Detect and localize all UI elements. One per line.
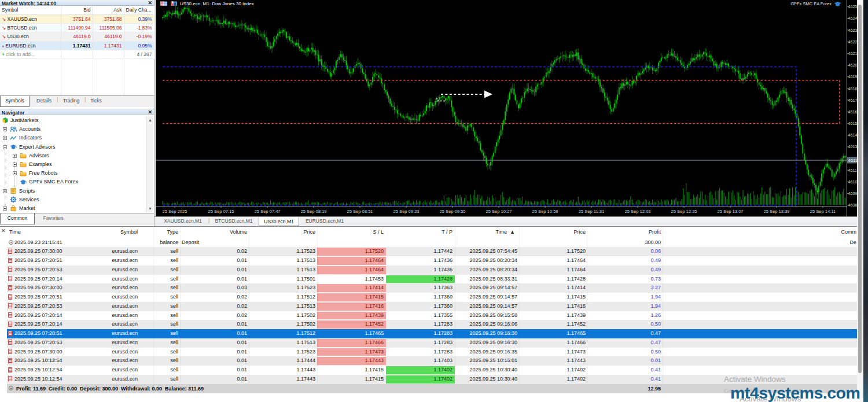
svg-text:4615: 4615	[848, 121, 858, 126]
svg-text:4610: 4610	[848, 179, 858, 185]
svg-text:25 Sep 07:15: 25 Sep 07:15	[208, 209, 234, 214]
svg-text:4617: 4617	[848, 98, 858, 103]
svg-text:GPFx SMC EA Forex: GPFx SMC EA Forex	[790, 1, 832, 6]
svg-text:4622: 4622	[848, 39, 858, 45]
svg-text:4623: 4623	[848, 28, 858, 33]
svg-text:4608: 4608	[848, 202, 858, 208]
svg-text:4621: 4621	[848, 51, 858, 56]
svg-text:25 Sep 14:11: 25 Sep 14:11	[810, 209, 836, 214]
svg-text:25 Sep 12:35: 25 Sep 12:35	[671, 209, 697, 214]
svg-text:4611: 4611	[848, 168, 857, 173]
svg-text:4625: 4625	[848, 4, 858, 9]
svg-text:25 Sep 13:07: 25 Sep 13:07	[717, 209, 743, 214]
svg-text:25 Sep 11:31: 25 Sep 11:31	[579, 209, 605, 214]
svg-text:25 Sep 08:51: 25 Sep 08:51	[347, 209, 373, 214]
svg-text:4613: 4613	[848, 144, 858, 149]
svg-text:25 Sep 12:03: 25 Sep 12:03	[624, 209, 650, 214]
svg-text:25 Sep 2025: 25 Sep 2025	[162, 209, 187, 214]
svg-text:25 Sep 09:55: 25 Sep 09:55	[439, 209, 465, 214]
svg-text:US30.ecn, M1: Dow Jones 30 In: US30.ecn, M1: Dow Jones 30 Index	[180, 1, 254, 6]
svg-text:4618: 4618	[848, 86, 858, 91]
svg-text:25 Sep 08:19: 25 Sep 08:19	[300, 209, 326, 214]
svg-text:25 Sep 09:23: 25 Sep 09:23	[393, 209, 419, 214]
svg-text:4620: 4620	[848, 62, 858, 68]
svg-text:25 Sep 07:47: 25 Sep 07:47	[254, 209, 280, 214]
svg-text:25 Sep 10:59: 25 Sep 10:59	[532, 209, 558, 214]
svg-text:4624: 4624	[848, 16, 858, 21]
svg-text:4616: 4616	[848, 109, 858, 115]
svg-text:4614: 4614	[848, 132, 858, 138]
svg-text:25 Sep 10:27: 25 Sep 10:27	[486, 209, 512, 214]
svg-text:25 Sep 13:39: 25 Sep 13:39	[763, 209, 789, 214]
svg-text:4609: 4609	[848, 191, 858, 196]
svg-text:4619: 4619	[848, 74, 858, 79]
svg-text:4611.9: 4611.9	[848, 158, 858, 163]
